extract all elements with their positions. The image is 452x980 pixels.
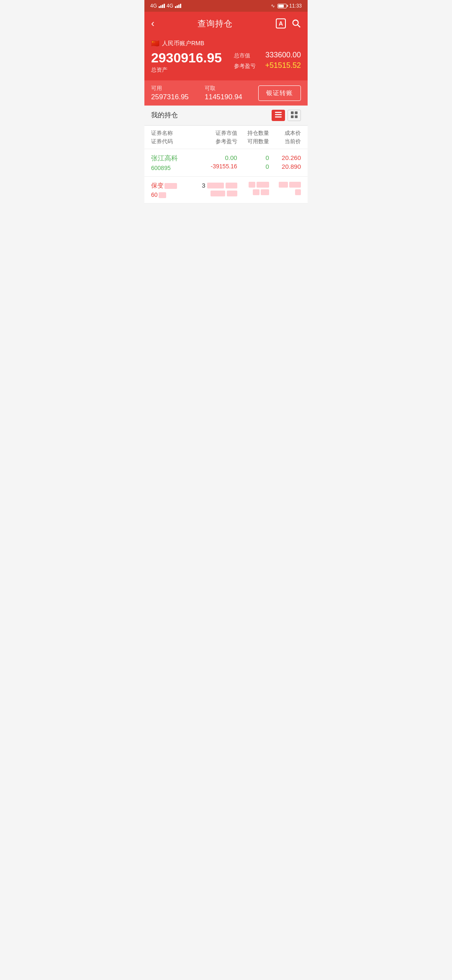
svg-rect-7 [291, 116, 294, 119]
svg-rect-8 [295, 116, 298, 119]
search-button[interactable] [292, 19, 301, 28]
available-label: 可用 [151, 85, 189, 92]
stock-avail-qty: 0 [237, 163, 269, 170]
available-item: 可用 2597316.95 [151, 85, 189, 101]
wifi-icon: ∿ [271, 3, 275, 9]
status-right: ∿ 11:33 [271, 3, 302, 9]
total-assets-value: 2930916.95 [151, 51, 222, 65]
svg-rect-2 [275, 112, 282, 113]
battery-icon [277, 4, 287, 8]
svg-line-1 [298, 25, 300, 27]
signal-icon-1 [159, 4, 165, 8]
status-left: 4G 4G [150, 3, 181, 9]
transfer-button[interactable]: 银证转账 [258, 85, 301, 101]
font-toggle-button[interactable]: A [276, 18, 286, 28]
stock-quantities: 0 0 [237, 154, 269, 171]
stock-value-pnl: 0.00 -39155.16 [196, 154, 237, 171]
market-value-label: 总市值 [234, 52, 250, 59]
stock-name-code: 张江高科 600895 [151, 154, 196, 171]
total-assets-label: 总资产 [151, 66, 222, 74]
table-body: 张江高科 600895 0.00 -39155.16 0 0 20.260 20… [144, 149, 308, 204]
back-button[interactable]: ‹ [151, 18, 154, 29]
account-right: 总市值 333600.00 参考盈亏 +51515.52 [234, 51, 301, 70]
stock-pnl: -39155.16 [196, 163, 237, 170]
stock-name-code-2: 保变 60 [151, 182, 196, 198]
svg-rect-5 [291, 111, 294, 114]
network-label: 4G [150, 3, 157, 9]
account-section: 🇨🇳 人民币账户RMB 2930916.95 总资产 总市值 333600.00… [144, 35, 308, 80]
col-header-value: 证券市值 参考盈亏 [196, 129, 237, 145]
stock-market-value: 0.00 [196, 154, 237, 161]
svg-rect-3 [275, 114, 282, 116]
pnl-label: 参考盈亏 [234, 62, 256, 70]
status-bar: 4G 4G ∿ 11:33 [144, 0, 308, 12]
stock-name-2: 保变 [151, 182, 196, 190]
col-header-qty: 持仓数量 可用数量 [237, 129, 269, 145]
pnl-value: +51515.52 [265, 61, 301, 70]
table-header: 证券名称 证券代码 证券市值 参考盈亏 持仓数量 可用数量 成本价 当前价 [144, 126, 308, 149]
table-row[interactable]: 保变 60 3 [144, 177, 308, 204]
total-assets: 2930916.95 总资产 [151, 51, 222, 74]
svg-point-0 [293, 20, 298, 26]
china-flag-icon: 🇨🇳 [151, 39, 159, 47]
network-label-2: 4G [167, 3, 173, 9]
list-view-button[interactable] [272, 110, 285, 121]
col-header-name: 证券名称 证券代码 [151, 129, 196, 145]
stock-name: 张江高科 [151, 154, 196, 163]
table-row[interactable]: 张江高科 600895 0.00 -39155.16 0 0 20.260 20… [144, 149, 308, 177]
available-section: 可用 2597316.95 可取 1145190.94 银证转账 [144, 80, 308, 106]
top-bar: ‹ 查询持仓 A [144, 12, 308, 35]
account-main: 2930916.95 总资产 总市值 333600.00 参考盈亏 +51515… [151, 51, 301, 74]
stock-value-pnl-2: 3 [196, 182, 237, 198]
stock-qty: 0 [237, 154, 269, 161]
stock-code: 600895 [151, 165, 196, 171]
market-value-num: 333600.00 [265, 51, 301, 59]
signal-icon-2 [175, 4, 181, 8]
available-value: 2597316.95 [151, 93, 189, 101]
empty-area [144, 204, 308, 329]
stock-code-2: 60 [151, 191, 196, 198]
view-toggle [272, 110, 301, 121]
svg-rect-6 [295, 111, 298, 114]
stock-current-price: 20.890 [269, 163, 301, 170]
withdrawable-value: 1145190.94 [205, 93, 242, 101]
page-title: 查询持仓 [198, 18, 233, 29]
svg-rect-4 [275, 116, 282, 118]
stock-quantities-2 [237, 182, 269, 198]
holdings-header: 我的持仓 [144, 106, 308, 126]
withdrawable-label: 可取 [205, 85, 242, 92]
grid-view-button[interactable] [288, 110, 301, 121]
holdings-title: 我的持仓 [151, 111, 178, 120]
time-label: 11:33 [289, 3, 302, 9]
top-bar-actions: A [276, 18, 301, 28]
col-header-price: 成本价 当前价 [269, 129, 301, 145]
stock-prices: 20.260 20.890 [269, 154, 301, 171]
stock-prices-2 [269, 182, 301, 198]
account-label: 🇨🇳 人民币账户RMB [151, 39, 301, 47]
stock-cost-price: 20.260 [269, 154, 301, 161]
withdrawable-item: 可取 1145190.94 [205, 85, 242, 101]
currency-label: 人民币账户RMB [162, 40, 204, 47]
